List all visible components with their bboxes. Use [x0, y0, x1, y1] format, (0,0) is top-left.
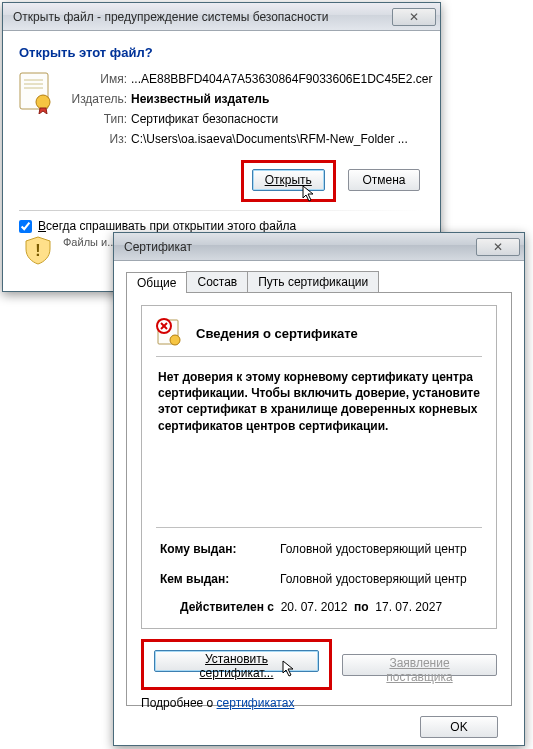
cert-info-heading: Сведения о сертификате — [196, 326, 358, 341]
issued-to-label: Кому выдан: — [160, 542, 280, 556]
tab-panel-general: Сведения о сертификате Нет доверия к это… — [126, 292, 512, 706]
close-icon: ✕ — [409, 10, 419, 24]
svg-point-4 — [36, 95, 50, 109]
trust-warning-text: Нет доверия к этому корневому сертификат… — [158, 369, 480, 434]
issued-by-value: Головной удостоверяющий центр — [280, 572, 478, 586]
tab-details[interactable]: Состав — [186, 271, 248, 292]
type-value: Сертификат безопасности — [131, 112, 433, 126]
svg-text:!: ! — [35, 242, 40, 259]
always-ask-input[interactable] — [19, 220, 32, 233]
certificates-help-link[interactable]: сертификатах — [217, 696, 295, 710]
install-cert-button[interactable]: Установить сертификат... — [154, 650, 319, 672]
from-value: C:\Users\oa.isaeva\Documents\RFM-New_Fol… — [131, 132, 433, 146]
titlebar[interactable]: Сертификат ✕ — [114, 233, 524, 261]
publisher-label: Издатель: — [63, 92, 131, 106]
publisher-value: Неизвестный издатель — [131, 92, 433, 106]
svg-point-7 — [170, 335, 180, 345]
tab-cert-path[interactable]: Путь сертификации — [247, 271, 379, 292]
ok-button[interactable]: OK — [420, 716, 498, 738]
certificate-icon — [19, 72, 53, 114]
open-file-question: Открыть этот файл? — [19, 45, 424, 60]
highlight-box-install: Установить сертификат... — [141, 639, 332, 690]
name-label: Имя: — [63, 72, 131, 86]
dialog-title: Сертификат — [124, 240, 476, 254]
close-icon: ✕ — [493, 240, 503, 254]
from-label: Из: — [63, 132, 131, 146]
shield-warning-icon: ! — [23, 235, 53, 265]
validity-period: Действителен с 20. 07. 2012 по 17. 07. 2… — [180, 600, 478, 614]
close-button[interactable]: ✕ — [476, 238, 520, 256]
issuer-statement-button: Заявление поставщика — [342, 654, 497, 676]
always-ask-checkbox[interactable]: Всегда спрашивать при открытии этого фай… — [19, 219, 424, 233]
cancel-button[interactable]: Отмена — [348, 169, 420, 191]
learn-more-line: Подробнее о сертификатах — [141, 696, 497, 710]
close-button[interactable]: ✕ — [392, 8, 436, 26]
issued-by-label: Кем выдан: — [160, 572, 280, 586]
type-label: Тип: — [63, 112, 131, 126]
issued-to-value: Головной удостоверяющий центр — [280, 542, 478, 556]
highlight-box-open: Открыть — [241, 160, 336, 202]
file-name-value: ...AE88BBFD404A7A53630864F9033606E1DC45E… — [131, 72, 433, 86]
open-button[interactable]: Открыть — [252, 169, 325, 191]
titlebar[interactable]: Открыть файл - предупреждение системы бе… — [3, 3, 440, 31]
dialog-title: Открыть файл - предупреждение системы бе… — [13, 10, 392, 24]
certificate-dialog: Сертификат ✕ Общие Состав Путь сертифика… — [113, 232, 525, 746]
certificate-error-icon — [156, 318, 186, 348]
tab-general[interactable]: Общие — [126, 272, 187, 293]
